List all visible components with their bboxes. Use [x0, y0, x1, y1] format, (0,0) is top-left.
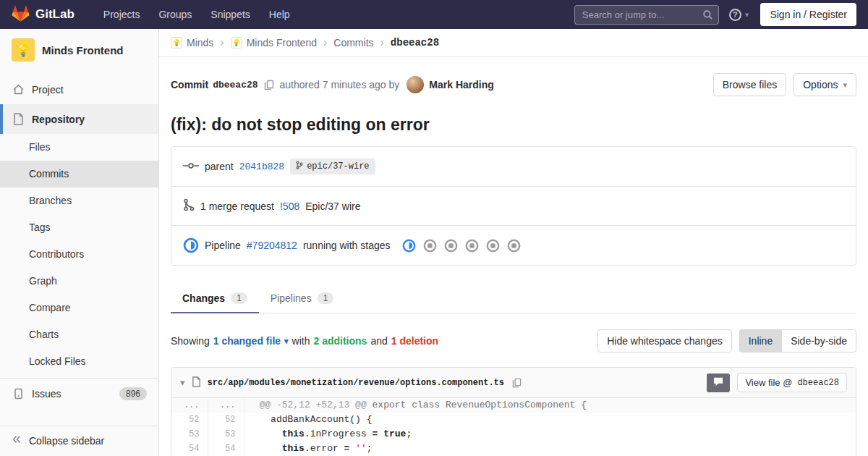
sidebar-item-project[interactable]: Project [0, 75, 158, 104]
code-line: addBankAccount() { [244, 413, 856, 427]
search-input[interactable] [574, 5, 719, 25]
pipeline-stage-created-icon[interactable] [423, 239, 437, 253]
pipeline-row: Pipeline #79204812 running with stages [171, 226, 856, 265]
branch-name: epic/37-wire [307, 161, 369, 172]
sidebar-item-tags[interactable]: Tags [0, 214, 158, 241]
toggle-comments-button[interactable] [707, 373, 730, 392]
breadcrumb-project-label: Minds Frontend [247, 37, 317, 48]
sidebar-item-label: Project [32, 84, 64, 96]
breadcrumb: 💡 Minds › 💡 Minds Frontend › Commits › d… [159, 29, 868, 57]
project-avatar[interactable]: 💡 [12, 38, 35, 62]
merge-request-icon [183, 198, 195, 214]
chevron-right-icon: › [323, 37, 327, 48]
double-chevron-left-icon [12, 434, 22, 448]
search-icon[interactable] [702, 9, 713, 22]
old-line-number[interactable]: 53 [171, 427, 208, 442]
tab-changes[interactable]: Changes1 [171, 284, 259, 313]
pipeline-stage-created-icon[interactable] [444, 239, 458, 253]
group-avatar-icon: 💡 [171, 37, 182, 48]
author-avatar[interactable] [407, 76, 424, 93]
sign-in-button[interactable]: Sign in / Register [760, 3, 856, 26]
sidebar-item-contributors[interactable]: Contributors [0, 241, 158, 268]
sidebar-item-compare[interactable]: Compare [0, 295, 158, 321]
gitlab-logo[interactable]: GitLab [12, 5, 75, 25]
changed-files-label: 1 changed file [213, 335, 281, 347]
diff-file-card: ▾ src/app/modules/monetization/revenue/o… [171, 367, 856, 456]
inline-view-button[interactable]: Inline [739, 329, 781, 352]
diff-file-path[interactable]: src/app/modules/monetization/revenue/opt… [208, 378, 504, 388]
copy-sha-button[interactable] [264, 80, 274, 90]
new-line-number[interactable]: 52 [208, 413, 244, 427]
issues-count-badge: 896 [119, 387, 147, 400]
search-box [574, 5, 719, 25]
pipeline-stage-created-icon[interactable] [486, 239, 500, 253]
commit-info-box: parent 2041b828 epic/37-wire 1 merge req… [171, 146, 856, 266]
copy-file-path-button[interactable] [512, 378, 522, 388]
pipeline-stage-created-icon[interactable] [465, 239, 479, 253]
chevron-right-icon: › [380, 37, 384, 48]
sidebar-item-locked-files[interactable]: Locked Files [0, 348, 158, 375]
author-name-link[interactable]: Mark Harding [429, 79, 493, 90]
hide-whitespace-button[interactable]: Hide whitespace changes [597, 329, 732, 352]
new-line-number[interactable]: 54 [208, 442, 244, 456]
tab-pipelines[interactable]: Pipelines1 [259, 284, 346, 313]
sidebar-item-label: Repository [32, 114, 85, 125]
merge-request-link[interactable]: !508 [280, 200, 299, 212]
sidebar-item-issues[interactable]: Issues 896 [0, 379, 158, 409]
authored-text: authored 7 minutes ago by [280, 79, 400, 90]
diff-line: 5353 this.inProgress = true; [171, 427, 856, 442]
diff-summary-row: Showing 1 changed file ▾ with 2 addition… [171, 329, 856, 352]
breadcrumb-project[interactable]: 💡 Minds Frontend [231, 37, 317, 48]
collapse-sidebar-button[interactable]: Collapse sidebar [0, 426, 158, 456]
nav-item-snippets[interactable]: Snippets [202, 4, 258, 25]
nav-links: ProjectsGroupsSnippetsHelp [95, 4, 299, 25]
branch-ref-chip[interactable]: epic/37-wire [290, 159, 375, 174]
old-line-number[interactable]: 54 [171, 442, 208, 456]
parent-label: parent [205, 161, 234, 172]
browse-files-button[interactable]: Browse files [713, 73, 786, 96]
options-dropdown-button[interactable]: Options ▾ [793, 73, 856, 96]
nav-item-projects[interactable]: Projects [95, 4, 149, 25]
commit-icon [183, 161, 199, 173]
chevron-down-icon: ▾ [843, 81, 847, 89]
breadcrumb-commits[interactable]: Commits [333, 37, 373, 48]
side-by-side-view-button[interactable]: Side-by-side [781, 329, 856, 352]
changed-files-dropdown[interactable]: 1 changed file ▾ [213, 335, 289, 347]
hunk-header: @@ -52,12 +52,13 @@ export class Revenue… [244, 398, 856, 413]
diff-line: 5252 addBankAccount() { [171, 413, 856, 427]
main-content: 💡 Minds › 💡 Minds Frontend › Commits › d… [159, 29, 868, 456]
sidebar-item-commits[interactable]: Commits [0, 161, 158, 187]
new-line-number[interactable]: 53 [208, 427, 244, 442]
pipeline-stages [402, 239, 521, 253]
pipeline-running-icon[interactable] [183, 237, 199, 253]
collapse-diff-caret-icon[interactable]: ▾ [180, 378, 185, 387]
sidebar-item-branches[interactable]: Branches [0, 187, 158, 214]
pipeline-stage-running-icon[interactable] [402, 239, 416, 253]
branch-icon [296, 161, 303, 172]
sidebar-item-charts[interactable]: Charts [0, 321, 158, 348]
pipeline-stage-created-icon[interactable] [507, 239, 521, 253]
sidebar-item-label: Issues [32, 388, 61, 400]
parent-sha-link[interactable]: 2041b828 [239, 161, 284, 172]
sidebar-nav: Project Repository FilesCommitsBranchesT… [0, 75, 158, 426]
project-sidebar: 💡 Minds Frontend Project Repository File… [0, 29, 159, 456]
nav-item-help[interactable]: Help [260, 4, 299, 25]
breadcrumb-group[interactable]: 💡 Minds [171, 37, 213, 48]
tanuki-icon [12, 5, 30, 25]
issues-icon [12, 388, 25, 400]
merge-request-row: 1 merge request !508 Epic/37 wire [171, 187, 856, 226]
sidebar-item-graph[interactable]: Graph [0, 268, 158, 295]
tab-count-badge: 1 [231, 292, 247, 304]
help-menu[interactable]: ? ▾ [729, 9, 749, 21]
view-file-button[interactable]: View file @ dbeeac28 [737, 373, 847, 392]
collapse-label: Collapse sidebar [29, 434, 104, 448]
old-line-number[interactable]: 52 [171, 413, 208, 427]
sidebar-item-files[interactable]: Files [0, 134, 158, 161]
diff-file-header: ▾ src/app/modules/monetization/revenue/o… [171, 368, 856, 398]
chevron-down-icon: ▾ [284, 337, 289, 345]
old-line-number: ... [171, 398, 208, 413]
sidebar-item-repository[interactable]: Repository [0, 104, 158, 134]
top-navbar: GitLab ProjectsGroupsSnippetsHelp ? ▾ Si… [0, 0, 868, 29]
pipeline-id-link[interactable]: #79204812 [247, 240, 297, 251]
nav-item-groups[interactable]: Groups [150, 4, 200, 25]
